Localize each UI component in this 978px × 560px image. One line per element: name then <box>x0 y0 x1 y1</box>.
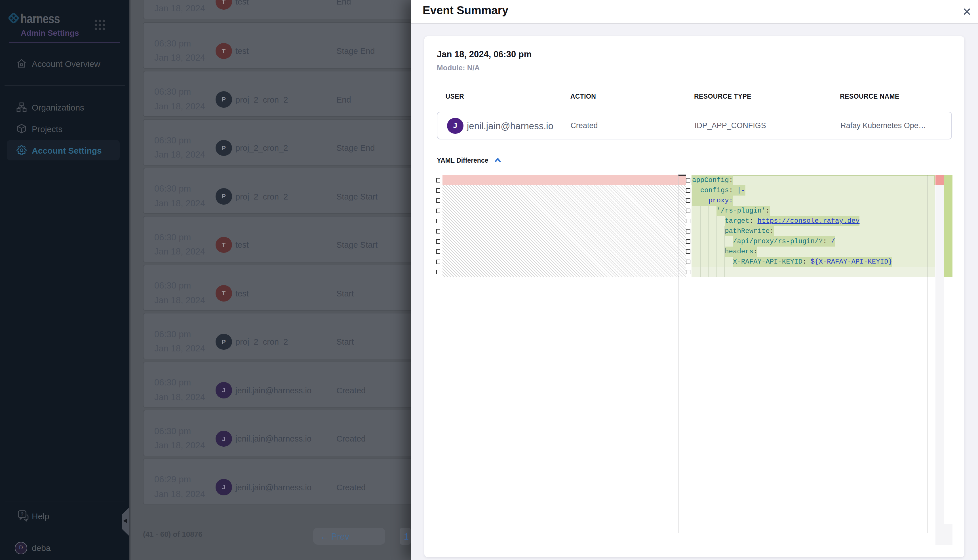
svg-text:?: ? <box>21 512 23 517</box>
